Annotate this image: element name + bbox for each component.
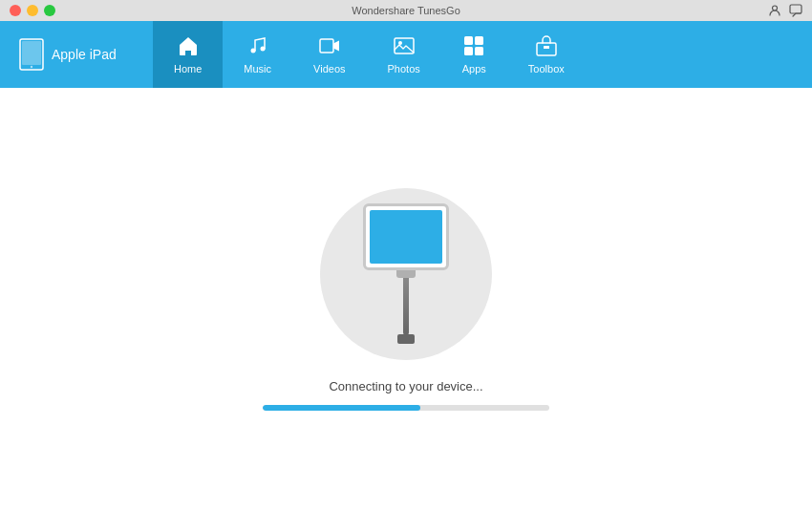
progress-bar-fill [263, 405, 420, 411]
traffic-lights [10, 5, 55, 16]
svg-rect-11 [475, 36, 483, 45]
svg-rect-3 [22, 41, 41, 65]
svg-rect-10 [464, 36, 473, 45]
tab-music-label: Music [244, 63, 271, 74]
nav-tabs: Home Music Videos [153, 21, 812, 88]
minimize-button[interactable] [27, 5, 38, 16]
tab-videos[interactable]: Videos [292, 21, 366, 88]
svg-point-6 [260, 46, 265, 51]
tab-home-label: Home [174, 63, 202, 74]
tab-videos-label: Videos [313, 63, 345, 74]
tab-photos[interactable]: Photos [367, 21, 441, 88]
cable-end [397, 334, 415, 344]
tablet-screen [370, 210, 442, 264]
tab-photos-label: Photos [388, 63, 420, 74]
svg-rect-1 [790, 5, 801, 13]
cable [403, 278, 409, 335]
tab-apps[interactable]: Apps [441, 21, 507, 88]
device-label: Apple iPad [0, 21, 153, 88]
title-bar: Wondershare TunesGo [0, 0, 812, 21]
svg-rect-7 [320, 39, 333, 53]
svg-point-9 [398, 41, 402, 45]
progress-area: Connecting to your device... [263, 379, 549, 411]
close-button[interactable] [10, 5, 21, 16]
svg-point-4 [31, 66, 32, 68]
tablet-connector [396, 270, 416, 278]
tab-music[interactable]: Music [223, 21, 292, 88]
status-text: Connecting to your device... [329, 379, 482, 393]
tablet-graphic [363, 203, 449, 344]
svg-rect-8 [395, 38, 414, 53]
device-name: Apple iPad [52, 47, 117, 62]
svg-rect-13 [475, 47, 483, 55]
ipad-icon [19, 38, 44, 71]
user-icon[interactable] [768, 4, 781, 17]
chat-icon[interactable] [789, 4, 802, 17]
photos-icon [394, 35, 415, 59]
title-bar-icons [768, 4, 802, 17]
tab-toolbox-label: Toolbox [528, 63, 565, 74]
nav-bar: Apple iPad Home Music [0, 21, 812, 88]
maximize-button[interactable] [44, 5, 55, 16]
main-content: Connecting to your device... [0, 88, 812, 510]
tab-home[interactable]: Home [153, 21, 223, 88]
videos-icon [319, 35, 340, 59]
tablet-body [363, 203, 449, 270]
music-icon [247, 35, 268, 59]
home-icon [178, 35, 199, 59]
svg-point-5 [250, 48, 255, 53]
toolbox-icon [536, 35, 557, 59]
apps-icon [463, 35, 484, 59]
svg-rect-14 [537, 43, 556, 55]
tab-toolbox[interactable]: Toolbox [507, 21, 586, 88]
svg-rect-15 [544, 46, 549, 49]
device-illustration [320, 188, 492, 360]
svg-rect-12 [464, 47, 473, 55]
svg-point-0 [773, 6, 778, 11]
progress-bar-container [263, 405, 549, 411]
tab-apps-label: Apps [462, 63, 486, 74]
app-title: Wondershare TunesGo [352, 5, 460, 16]
